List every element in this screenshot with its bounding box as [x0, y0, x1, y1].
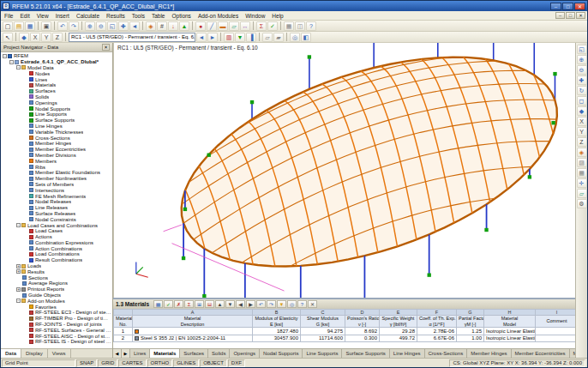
- menu-file[interactable]: File: [1, 13, 16, 19]
- menu-help[interactable]: Help: [268, 13, 286, 19]
- tree-item-surface-supports[interactable]: Surface Supports: [1, 118, 112, 124]
- rotate-view-icon[interactable]: ↻: [577, 86, 587, 95]
- tree-item-rf-steel-ec3-design-of-steel-m[interactable]: RF-STEEL EC3 - Design of steel members a…: [1, 310, 112, 316]
- thermal-exp-cell[interactable]: 6.67E-06: [417, 335, 457, 342]
- mdi-close-button[interactable]: ✕: [576, 12, 585, 19]
- table-redo-icon[interactable]: ↷: [267, 300, 276, 308]
- zoom-window-icon[interactable]: ◱: [577, 45, 587, 54]
- material-model-cell[interactable]: Isotropic Linear Elastic: [484, 335, 536, 342]
- tree-item-line-supports[interactable]: Line Supports: [1, 112, 112, 118]
- table-calc-icon[interactable]: Σ: [184, 300, 194, 308]
- tree-item-intersections[interactable]: Intersections: [1, 187, 112, 193]
- pan-view-icon[interactable]: ✚: [118, 21, 129, 31]
- tree-item-combination-expressions[interactable]: Combination Expressions: [1, 240, 112, 246]
- material-description-cell[interactable]: Steel S 355 J2 | EN 10025-2:2004-11: [133, 335, 253, 342]
- render-mode-icon[interactable]: ◈: [146, 21, 156, 31]
- tree-item-lines[interactable]: Lines: [1, 76, 112, 82]
- table-insert-row-icon[interactable]: ⊞: [195, 300, 204, 308]
- tree-item-solids[interactable]: Solids: [1, 94, 112, 100]
- modulus-cell[interactable]: 30457.900: [253, 335, 301, 342]
- select-pointer-icon[interactable]: ↖: [3, 33, 13, 42]
- modulus-cell[interactable]: 1827.480: [253, 328, 301, 335]
- help-icon[interactable]: ?: [306, 21, 316, 31]
- new-model-icon[interactable]: ▢: [3, 21, 13, 31]
- results-values-icon[interactable]: ▼: [235, 33, 245, 42]
- tree-item-add-on-modules[interactable]: −Add-on Modules: [1, 298, 112, 304]
- status-toggle-grid[interactable]: GRID: [98, 359, 117, 367]
- table-filter-icon[interactable]: ▼: [277, 300, 286, 308]
- undo-icon[interactable]: ↶: [57, 21, 68, 31]
- navigator-tab-display[interactable]: Display: [21, 349, 48, 358]
- zoom-out-icon[interactable]: ⊖: [96, 21, 106, 31]
- tree-item-results[interactable]: +Results: [1, 268, 112, 274]
- model-viewport[interactable]: RC1 : UL5 (STR/GEO) - Permanent / transi…: [113, 43, 575, 298]
- tree-item-line-hinges[interactable]: Line Hinges: [1, 124, 112, 130]
- navigator-close-icon[interactable]: ✕: [102, 44, 110, 51]
- status-toggle-object[interactable]: OBJECT: [200, 359, 227, 367]
- redo-icon[interactable]: ↷: [69, 21, 79, 31]
- tree-item-rf-steel-is-design-of-steel-me[interactable]: RF-STEEL IS - Design of steel members ac…: [1, 339, 112, 345]
- menu-window[interactable]: Window: [242, 13, 268, 19]
- show-numbering-icon[interactable]: #: [157, 21, 167, 31]
- tree-item-guide-objects[interactable]: Guide Objects: [1, 293, 112, 299]
- menu-table[interactable]: Table: [148, 13, 169, 19]
- table-tab-nodal-supports[interactable]: Nodal Supports: [260, 349, 303, 358]
- collapse-icon[interactable]: −: [3, 54, 7, 58]
- view-x-icon[interactable]: X: [30, 33, 40, 42]
- table-delete-row-icon[interactable]: ⊟: [205, 300, 214, 308]
- status-toggle-glines[interactable]: GLINES: [173, 359, 199, 367]
- comment-cell[interactable]: [536, 335, 576, 342]
- zoom-in-icon[interactable]: ⊕: [577, 55, 587, 64]
- tree-item-materials[interactable]: Materials: [1, 82, 112, 88]
- tree-item-nodal-supports[interactable]: Nodal Supports: [1, 106, 112, 112]
- tree-item-openings[interactable]: Openings: [1, 100, 112, 106]
- snap-icon[interactable]: ✛: [577, 178, 587, 188]
- tree-item-members[interactable]: Members: [1, 158, 112, 164]
- status-toggle-ortho[interactable]: ORTHO: [147, 359, 173, 367]
- specific-weight-cell[interactable]: 499.72: [380, 335, 417, 342]
- view-x-icon[interactable]: X: [577, 117, 587, 126]
- collapse-icon[interactable]: −: [16, 223, 21, 227]
- table-row[interactable]: 2Steel S 355 J2 | EN 10025-2:2004-113045…: [114, 335, 576, 342]
- tree-item-line-releases[interactable]: Line Releases: [1, 205, 112, 211]
- tree-item-result-combinations[interactable]: Result Combinations: [1, 257, 112, 263]
- close-button[interactable]: ✕: [574, 3, 585, 10]
- table-row[interactable]: 1Glulam Timber GL28h | LVS EN 14080:2013…: [114, 328, 576, 335]
- view-z-icon[interactable]: Z: [577, 137, 587, 147]
- print-icon[interactable]: ▣: [41, 21, 51, 31]
- table-next-icon[interactable]: ▶: [246, 300, 255, 308]
- poisson-cell[interactable]: 8.692: [345, 328, 380, 335]
- tree-item-rf-steel-surfaces-general-stre[interactable]: RF-STEEL Surfaces - General stress analy…: [1, 327, 112, 333]
- next-loadcase-icon[interactable]: ►: [207, 33, 218, 42]
- render-icon[interactable]: ▨: [577, 158, 587, 167]
- navigator-tab-data[interactable]: Data: [1, 349, 21, 358]
- navigator-icon[interactable]: ◫: [295, 21, 305, 31]
- mdi-minimize-button[interactable]: –: [555, 12, 565, 19]
- tree-item-sections[interactable]: Sections: [1, 274, 112, 281]
- shear-modulus-cell[interactable]: 11714.600: [301, 335, 345, 342]
- table-prev-icon[interactable]: ◀: [236, 300, 245, 308]
- materials-table[interactable]: ABCDEFGHIMaterialNo.MaterialDescriptionM…: [113, 309, 575, 348]
- expand-icon[interactable]: +: [16, 269, 21, 274]
- menu-options[interactable]: Options: [168, 13, 194, 19]
- full-view-icon[interactable]: ◻: [577, 96, 587, 106]
- save-icon[interactable]: ▦: [25, 21, 35, 31]
- table-tab-member-hinges[interactable]: Member Hinges: [467, 349, 511, 358]
- tree-item-favorites[interactable]: Favorites: [1, 304, 112, 310]
- collapse-icon[interactable]: −: [16, 299, 21, 303]
- table-tab-line-hinges[interactable]: Line Hinges: [390, 349, 425, 358]
- show-loads-icon[interactable]: ↓: [168, 21, 178, 31]
- menu-calculate[interactable]: Calculate: [73, 13, 103, 19]
- tree-item-member-nonlinearities[interactable]: Member Nonlinearities: [1, 176, 112, 182]
- tree-item-load-combinations[interactable]: Load Combinations: [1, 251, 112, 257]
- new-member-icon[interactable]: ▬: [218, 21, 228, 31]
- material-no-cell[interactable]: 2: [114, 335, 133, 342]
- tree-item-member-hinges[interactable]: Member Hinges: [1, 141, 112, 147]
- status-toggle-snap[interactable]: SNAP: [76, 359, 97, 367]
- table-tab-materials[interactable]: Materials: [150, 349, 180, 358]
- tree-item-printout-reports[interactable]: +Printout Reports: [1, 287, 112, 293]
- tree-item-model-data[interactable]: −Model Data: [1, 65, 112, 71]
- work-plane-icon[interactable]: ▱: [577, 189, 587, 198]
- tree-item-surfaces[interactable]: Surfaces: [1, 88, 112, 94]
- isometric-view-icon[interactable]: ◆: [19, 33, 29, 42]
